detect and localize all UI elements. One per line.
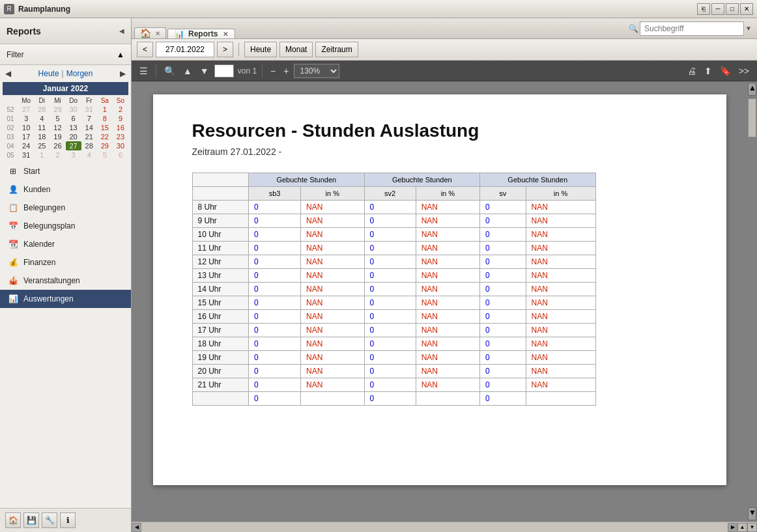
bottom-tools-btn[interactable]: 🔧 xyxy=(42,512,57,528)
cal-day[interactable]: 27 xyxy=(18,105,34,114)
cal-tomorrow-link[interactable]: Morgen xyxy=(66,69,93,78)
cal-day[interactable]: 17 xyxy=(18,132,34,141)
cal-day[interactable]: 1 xyxy=(34,150,50,160)
cal-day[interactable]: 29 xyxy=(97,141,113,150)
pdf-more-btn[interactable]: >> xyxy=(736,63,752,79)
tab-reports[interactable]: 📊 Reports ✕ xyxy=(167,29,235,38)
finanzen-icon: 💰 xyxy=(8,257,18,268)
sidebar-item-kunden[interactable]: 👤Kunden xyxy=(0,180,131,199)
cal-day[interactable]: 30 xyxy=(66,105,81,114)
heute-btn[interactable]: Heute xyxy=(244,42,277,57)
sidebar-item-finanzen[interactable]: 💰Finanzen xyxy=(0,253,131,272)
pdf-prev-page[interactable]: ▲ xyxy=(180,63,195,79)
cal-day[interactable]: 30 xyxy=(113,141,128,150)
search-input[interactable] xyxy=(640,21,744,36)
cal-day[interactable]: 19 xyxy=(50,132,65,141)
cal-day[interactable]: 5 xyxy=(50,114,65,123)
filter-arrow[interactable]: ▲ xyxy=(117,50,124,59)
cal-day[interactable]: 3 xyxy=(18,114,34,123)
cal-day[interactable]: 25 xyxy=(34,141,50,150)
pdf-print-btn[interactable]: 🖨 xyxy=(685,63,699,79)
cal-day[interactable]: 18 xyxy=(34,132,50,141)
cal-day[interactable]: 6 xyxy=(113,150,128,160)
cal-day[interactable]: 6 xyxy=(66,114,81,123)
cal-day[interactable]: 4 xyxy=(34,114,50,123)
cal-day[interactable]: 8 xyxy=(97,114,113,123)
tab-home[interactable]: 🏠 ✕ xyxy=(134,27,166,38)
cal-day[interactable]: 3 xyxy=(66,150,81,160)
cal-day[interactable]: 10 xyxy=(18,123,34,132)
pdf-scrollbar[interactable]: ▲ ▼ xyxy=(747,81,757,522)
cal-today-link[interactable]: Heute xyxy=(38,69,59,78)
scroll-down-small[interactable]: ▼ xyxy=(747,523,757,532)
cal-day[interactable]: 21 xyxy=(81,132,97,141)
close-btn[interactable]: ✕ xyxy=(740,3,753,15)
minimize-btn[interactable]: ─ xyxy=(711,3,724,15)
cal-day[interactable]: 16 xyxy=(113,123,128,132)
sidebar-item-veranstaltungen[interactable]: 🎪Veranstaltungen xyxy=(0,272,131,290)
pdf-page-input[interactable]: 1 xyxy=(214,64,234,77)
pdf-bookmark-btn[interactable]: 🔖 xyxy=(717,63,734,79)
cal-day[interactable]: 27 xyxy=(66,141,81,150)
pdf-next-page[interactable]: ▼ xyxy=(197,63,212,79)
cal-prev-btn[interactable]: ◀ xyxy=(3,68,14,79)
cal-day[interactable]: 2 xyxy=(50,150,65,160)
table-cell-value: 0 xyxy=(364,378,416,392)
pdf-sidebar-toggle[interactable]: ☰ xyxy=(137,63,150,79)
cal-day[interactable]: 28 xyxy=(34,105,50,114)
nav-prev-btn[interactable]: < xyxy=(137,42,153,57)
scroll-up-btn[interactable]: ▲ xyxy=(748,83,756,96)
cal-day[interactable]: 24 xyxy=(18,141,34,150)
maximize-btn[interactable]: □ xyxy=(726,3,739,15)
sidebar-item-start[interactable]: ⊞Start xyxy=(0,162,131,180)
cal-day[interactable]: 26 xyxy=(50,141,65,150)
cal-day[interactable]: 20 xyxy=(66,132,81,141)
sidebar-item-belegungsplan[interactable]: 📅Belegungsplan xyxy=(0,217,131,235)
scroll-down-btn[interactable]: ▼ xyxy=(748,507,756,520)
cal-day[interactable]: 14 xyxy=(81,123,97,132)
cal-day[interactable]: 1 xyxy=(97,105,113,114)
tab-reports-close[interactable]: ✕ xyxy=(223,31,228,38)
cal-day[interactable]: 31 xyxy=(81,105,97,114)
cal-next-btn[interactable]: ▶ xyxy=(117,68,128,79)
sidebar-item-kalender[interactable]: 📆Kalender xyxy=(0,235,131,253)
table-cell-percent: NAN xyxy=(416,337,479,351)
restore-btn[interactable]: ⎗ xyxy=(697,3,710,15)
bottom-scrollbar[interactable]: ◀ ▶ ▲ ▼ xyxy=(132,522,757,532)
cal-day[interactable]: 22 xyxy=(97,132,113,141)
cal-day[interactable]: 4 xyxy=(81,150,97,160)
scroll-left-btn[interactable]: ◀ xyxy=(132,523,141,532)
cal-day[interactable]: 12 xyxy=(50,123,65,132)
cal-day[interactable]: 9 xyxy=(113,114,128,123)
cal-day[interactable]: 11 xyxy=(34,123,50,132)
bottom-info-btn[interactable]: ℹ xyxy=(60,512,76,528)
pdf-zoom-in[interactable]: + xyxy=(281,63,291,79)
tab-home-close[interactable]: ✕ xyxy=(155,30,160,37)
cal-day[interactable]: 7 xyxy=(81,114,97,123)
monat-btn[interactable]: Monat xyxy=(279,42,313,57)
sidebar-collapse-arrow[interactable]: ◀ xyxy=(119,27,124,35)
cal-day[interactable]: 23 xyxy=(113,132,128,141)
cal-day[interactable]: 31 xyxy=(18,150,34,160)
pdf-zoom-select[interactable]: 50% 75% 100% 125% 130% 150% 200% xyxy=(294,64,339,78)
scroll-right-btn[interactable]: ▶ xyxy=(728,523,737,532)
scroll-up-small[interactable]: ▲ xyxy=(737,523,747,532)
bottom-save-btn[interactable]: 💾 xyxy=(23,512,39,528)
pdf-content[interactable]: Resourcen - Stunden Auslastung Zeitraum … xyxy=(132,81,747,522)
cal-day[interactable]: 2 xyxy=(113,105,128,114)
cal-day[interactable]: 28 xyxy=(81,141,97,150)
cal-day[interactable]: 13 xyxy=(66,123,81,132)
cal-day[interactable]: 15 xyxy=(97,123,113,132)
sidebar-item-auswertungen[interactable]: 📊Auswertungen xyxy=(0,290,131,308)
search-dropdown-arrow[interactable]: ▼ xyxy=(745,25,752,32)
nav-next-btn[interactable]: > xyxy=(217,42,233,57)
bottom-home-btn[interactable]: 🏠 xyxy=(5,512,21,528)
pdf-search-btn[interactable]: 🔍 xyxy=(162,63,178,79)
pdf-zoom-out[interactable]: − xyxy=(268,63,278,79)
cal-day[interactable]: 5 xyxy=(97,150,113,160)
cal-day[interactable]: 29 xyxy=(50,105,65,114)
pdf-download-btn[interactable]: ⬆ xyxy=(702,63,715,79)
scroll-thumb[interactable] xyxy=(748,98,756,137)
sidebar-item-belegungen[interactable]: 📋Belegungen xyxy=(0,199,131,217)
zeitraum-btn[interactable]: Zeitraum xyxy=(315,42,358,57)
